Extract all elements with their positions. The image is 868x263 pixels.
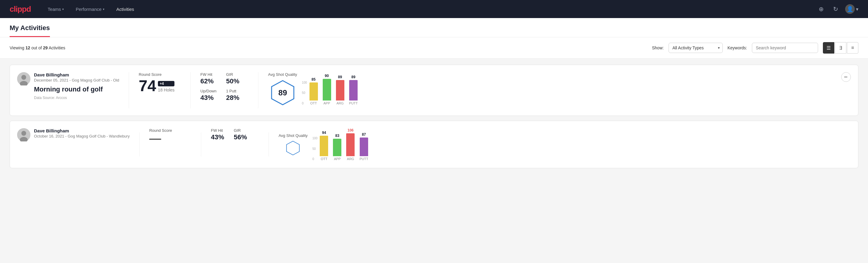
quality-hexagon-2 bbox=[285, 140, 301, 156]
one-putt-stat: 1 Putt 28% bbox=[226, 89, 239, 102]
avatar-2 bbox=[17, 128, 30, 141]
bar-ott-label-2: OTT bbox=[320, 157, 327, 161]
bar-ott: 85 OTT bbox=[309, 77, 318, 105]
bar-app-label-2: APP bbox=[334, 157, 340, 161]
round-score-label: Round Score bbox=[138, 72, 181, 77]
keyword-input[interactable] bbox=[752, 43, 818, 53]
refresh-icon[interactable]: ↻ bbox=[831, 4, 840, 14]
bar-putt-value: 89 bbox=[351, 75, 355, 79]
grid-view-button[interactable]: ∃ bbox=[835, 42, 846, 54]
edit-icon: ✏ bbox=[844, 75, 848, 80]
activity-title: Morning round of golf bbox=[34, 85, 119, 93]
bar-ott-bar-2 bbox=[320, 136, 328, 156]
add-icon[interactable]: ⊕ bbox=[816, 4, 826, 14]
activity-type-select-wrap: All Activity Types bbox=[669, 43, 723, 53]
logo: clippd bbox=[10, 4, 31, 14]
card-info: Dave Billingham December 05, 2021 - Gog … bbox=[34, 72, 119, 100]
y-label-50: 50 bbox=[302, 91, 307, 94]
list-view-button-2[interactable]: ≡ bbox=[847, 42, 858, 54]
activity-card: Dave Billingham December 05, 2021 - Gog … bbox=[10, 65, 858, 116]
bar-ott-bar bbox=[309, 83, 318, 100]
quality-bar-chart: 100 50 0 85 OTT 90 bbox=[302, 74, 358, 105]
bar-arg-bar bbox=[336, 80, 344, 100]
bar-arg-value-2: 106 bbox=[347, 128, 353, 133]
bar-arg: 89 ARG bbox=[336, 75, 344, 105]
gir-label: GIR bbox=[226, 72, 239, 77]
bar-putt-bar-2 bbox=[360, 138, 368, 156]
bar-app-value: 90 bbox=[325, 74, 329, 78]
updown-value: 43% bbox=[200, 94, 216, 102]
player-name: Dave Billingham bbox=[34, 72, 119, 77]
bar-putt-label-2: PUTT bbox=[360, 157, 368, 161]
fw-hit-value: 62% bbox=[200, 77, 216, 85]
activity-type-select[interactable]: All Activity Types bbox=[669, 43, 723, 53]
updown-stat: Up/Down 43% bbox=[200, 89, 216, 102]
nav-link-performance[interactable]: Performance ▾ bbox=[71, 4, 109, 14]
bar-app-value-2: 83 bbox=[335, 134, 339, 138]
bar-ott-2: 94 OTT bbox=[320, 130, 328, 161]
fw-hit-value-2: 43% bbox=[211, 133, 224, 141]
round-score-section: Round Score 74 +4 18 Holes bbox=[138, 72, 181, 94]
divider bbox=[258, 72, 258, 108]
stat-columns: FW Hit 62% Up/Down 43% GIR 50% 1 Putt bbox=[200, 72, 248, 102]
gir-value: 50% bbox=[226, 77, 239, 85]
score-placeholder bbox=[149, 139, 161, 140]
page-header: My Activities bbox=[0, 18, 868, 37]
round-score-section-2: Round Score bbox=[149, 128, 191, 140]
quality-bar-chart-2: 100 50 0 94 OTT 83 APP bbox=[312, 128, 368, 161]
nav-link-activities[interactable]: Activities bbox=[112, 4, 139, 14]
svg-point-6 bbox=[21, 131, 26, 136]
fw-gir-col: FW Hit 62% Up/Down 43% bbox=[200, 72, 216, 102]
y-label-0: 0 bbox=[302, 102, 307, 105]
avg-shot-quality-section: Avg Shot Quality 89 100 50 0 bbox=[268, 72, 832, 106]
page-title-wrap: My Activities bbox=[10, 18, 50, 37]
bar-arg-value: 89 bbox=[338, 75, 342, 79]
user-menu[interactable]: 👤 ▾ bbox=[845, 4, 858, 14]
edit-button[interactable]: ✏ bbox=[841, 72, 851, 82]
y-label-100: 100 bbox=[302, 81, 307, 84]
quality-label-hex: Avg Shot Quality 89 bbox=[268, 72, 297, 106]
bars: 85 OTT 90 APP 89 ARG bbox=[309, 74, 358, 105]
bar-app-label: APP bbox=[323, 101, 330, 105]
bar-app-bar bbox=[323, 79, 331, 100]
round-score-label-2: Round Score bbox=[149, 128, 191, 133]
svg-text:89: 89 bbox=[278, 88, 287, 97]
list-view-button-1[interactable]: ☰ bbox=[823, 42, 834, 54]
fw-col-2: FW Hit 43% bbox=[211, 128, 224, 141]
viewing-total: 29 bbox=[43, 46, 48, 50]
bar-ott-label: OTT bbox=[310, 101, 317, 105]
score-holes: 18 Holes bbox=[158, 88, 175, 92]
y-label-0-2: 0 bbox=[312, 157, 318, 161]
user-chevron-icon: ▾ bbox=[856, 6, 858, 12]
score-badge: +4 bbox=[158, 81, 175, 86]
gir-putt-col: GIR 50% 1 Putt 28% bbox=[226, 72, 239, 102]
fw-hit-stat: FW Hit 62% bbox=[200, 72, 216, 85]
card-info-2: Dave Billingham October 16, 2021 - Gog M… bbox=[34, 128, 130, 139]
nav-link-teams[interactable]: Teams ▾ bbox=[43, 4, 69, 14]
gir-label-2: GIR bbox=[234, 128, 247, 133]
toolbar: Viewing 12 out of 29 Activities Show: Al… bbox=[0, 37, 868, 59]
quality-label-hex-2: Avg Shot Quality bbox=[279, 133, 308, 156]
bar-putt-label: PUTT bbox=[349, 101, 358, 105]
score-value: 74 bbox=[138, 78, 156, 94]
viewing-count: 12 bbox=[26, 46, 30, 50]
gir-col-2: GIR 56% bbox=[234, 128, 247, 141]
bar-app: 90 APP bbox=[323, 74, 331, 105]
divider-2c bbox=[269, 133, 269, 156]
avg-shot-quality-section-2: Avg Shot Quality 100 50 0 94 bbox=[279, 128, 851, 161]
bars-2: 94 OTT 83 APP 106 ARG bbox=[320, 128, 368, 161]
fw-hit-label: FW Hit bbox=[200, 72, 216, 77]
date-venue: December 05, 2021 - Gog Magog Golf Club … bbox=[34, 78, 119, 83]
teams-chevron-icon: ▾ bbox=[62, 7, 64, 11]
gir-stat: GIR 50% bbox=[226, 72, 239, 85]
data-source: Data Source: Arccos bbox=[34, 96, 119, 100]
keywords-label: Keywords: bbox=[727, 46, 747, 50]
svg-point-1 bbox=[21, 75, 26, 80]
nav-links: Teams ▾ Performance ▾ Activities bbox=[43, 4, 816, 14]
y-axis-2: 100 50 0 bbox=[312, 137, 318, 161]
bar-ott-value-2: 94 bbox=[322, 130, 326, 135]
bar-putt-2: 87 PUTT bbox=[360, 133, 368, 161]
grid-view-icon: ∃ bbox=[839, 45, 842, 51]
performance-chevron-icon: ▾ bbox=[103, 7, 104, 11]
activity-card-2: Dave Billingham October 16, 2021 - Gog M… bbox=[10, 121, 858, 168]
